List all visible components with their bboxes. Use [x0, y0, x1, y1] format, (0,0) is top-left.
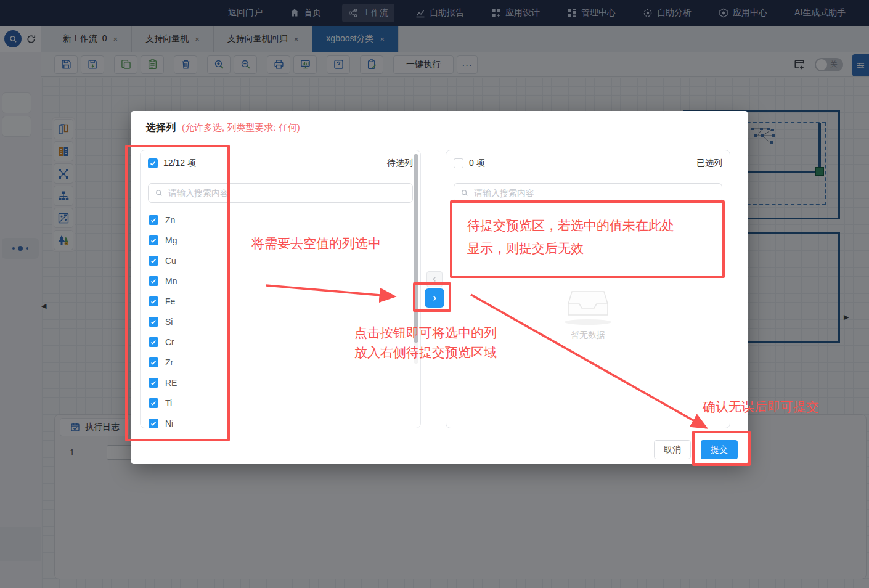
- column-checkbox[interactable]: [149, 419, 158, 428]
- column-checkbox[interactable]: [149, 357, 158, 367]
- column-option-Zr[interactable]: Zr: [141, 352, 420, 372]
- column-option-Fe[interactable]: Fe: [141, 291, 420, 311]
- search-icon: [460, 189, 469, 197]
- search-icon: [155, 189, 163, 197]
- cancel-button[interactable]: 取消: [654, 440, 691, 459]
- selected-panel-title: 已选列: [696, 158, 722, 169]
- column-option-Zn[interactable]: Zn: [141, 210, 420, 230]
- selected-search-box: [454, 183, 722, 203]
- source-panel-header: 12/12 项 待选列: [141, 150, 420, 176]
- column-checkbox[interactable]: [149, 378, 158, 388]
- source-columns-panel: 12/12 项 待选列 ZnMgCuMnFeSiCrZrRETiNi: [140, 150, 421, 428]
- selected-count: 0 项: [469, 158, 485, 169]
- scrollbar-thumb[interactable]: [414, 154, 418, 343]
- column-option-Cr[interactable]: Cr: [141, 332, 420, 352]
- chevron-left-icon: [430, 275, 439, 284]
- empty-state-text: 暂无数据: [446, 330, 730, 341]
- source-column-list: ZnMgCuMnFeSiCrZrRETiNi: [141, 210, 420, 428]
- select-all-checkbox[interactable]: [148, 158, 158, 168]
- submit-button[interactable]: 提交: [701, 440, 738, 459]
- app-page: 返回门户首页工作流自助报告应用设计管理中心自助分析应用中心AI生成式助手 新工作…: [0, 0, 869, 588]
- column-option-Mn[interactable]: Mn: [141, 271, 420, 291]
- move-right-button[interactable]: [425, 288, 444, 308]
- dialog-footer: 取消 提交: [131, 435, 748, 464]
- column-checkbox[interactable]: [149, 398, 158, 408]
- select-all-checkbox-right[interactable]: [454, 158, 463, 168]
- column-option-RE[interactable]: RE: [141, 372, 420, 393]
- source-search-input[interactable]: [168, 188, 406, 198]
- source-panel-title: 待选列: [387, 158, 413, 169]
- select-columns-dialog: 选择列 (允许多选, 列类型要求: 任何) 12/12 项 待选列 ZnMgCu…: [131, 111, 748, 464]
- selected-panel-header: 0 项 已选列: [446, 150, 730, 176]
- column-option-Mg[interactable]: Mg: [141, 230, 420, 250]
- column-checkbox[interactable]: [149, 296, 158, 306]
- column-checkbox[interactable]: [149, 337, 158, 347]
- column-checkbox[interactable]: [149, 215, 158, 225]
- dialog-header: 选择列 (允许多选, 列类型要求: 任何): [131, 111, 748, 134]
- move-left-button[interactable]: [426, 271, 443, 287]
- column-option-Si[interactable]: Si: [141, 311, 420, 332]
- column-checkbox[interactable]: [149, 276, 158, 286]
- source-count: 12/12 项: [163, 158, 196, 169]
- chevron-right-icon: [430, 294, 439, 303]
- column-option-Ti[interactable]: Ti: [141, 393, 420, 413]
- source-search-box: [148, 183, 413, 203]
- dialog-title: 选择列: [146, 121, 176, 134]
- column-option-Cu[interactable]: Cu: [141, 250, 420, 271]
- column-checkbox[interactable]: [149, 235, 158, 245]
- column-option-Ni[interactable]: Ni: [141, 413, 420, 428]
- selected-columns-panel: 0 项 已选列 暂无数据: [446, 150, 730, 428]
- inbox-shadow: [565, 319, 611, 325]
- empty-state: 暂无数据: [446, 288, 730, 341]
- selected-search-input[interactable]: [474, 188, 716, 198]
- scrollbar-track: [414, 154, 418, 364]
- column-checkbox[interactable]: [149, 317, 158, 327]
- dialog-subtitle: (允许多选, 列类型要求: 任何): [182, 122, 300, 134]
- column-checkbox[interactable]: [149, 256, 158, 266]
- inbox-icon: [566, 288, 610, 319]
